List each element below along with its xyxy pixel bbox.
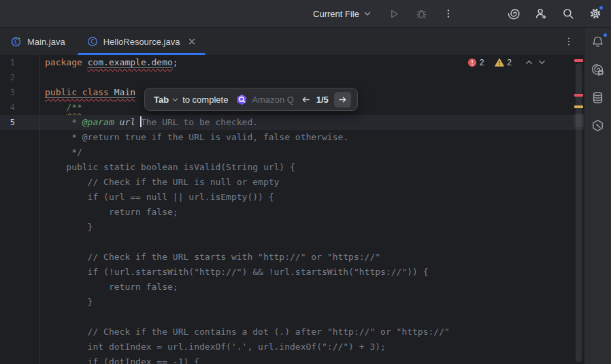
aws-toolkit-button[interactable]	[590, 117, 606, 133]
database-tool-button[interactable]	[590, 89, 606, 105]
error-stripe-mark[interactable]	[574, 59, 583, 62]
scrollbar-thumb[interactable]	[576, 63, 582, 362]
settings-button[interactable]	[587, 5, 604, 22]
code-line[interactable]	[0, 235, 574, 250]
notification-dot	[603, 33, 608, 37]
amazon-q-toolbar-button[interactable]	[505, 5, 523, 22]
code-line[interactable]: // Check if the URL contains a dot (.) a…	[0, 325, 574, 340]
next-suggestion-button[interactable]	[334, 92, 351, 107]
tab-label: HelloResource.java	[103, 37, 180, 47]
editor-scrollbar[interactable]	[574, 55, 584, 364]
right-tool-stripe	[584, 28, 611, 364]
line-number[interactable]: 5	[0, 115, 15, 130]
code-segment: The URL to be checked.	[141, 117, 258, 127]
suggestion-position: 1/5	[316, 95, 329, 105]
code-segment: Main	[114, 87, 135, 97]
code-line[interactable]: 2	[0, 70, 574, 85]
previous-error-button[interactable]	[524, 57, 534, 67]
amazon-q-logo-icon	[236, 94, 248, 105]
code-segment: if (!url.startsWith("http://") && !url.s…	[45, 267, 429, 277]
svg-text:C: C	[90, 38, 94, 45]
code-segment: /**	[66, 102, 82, 112]
add-user-button[interactable]	[532, 5, 550, 22]
code-line[interactable]: // Check if the URL starts with "http://…	[0, 250, 574, 265]
notifications-button[interactable]	[590, 33, 606, 50]
chevron-down-icon[interactable]	[171, 96, 179, 103]
line-number[interactable]: 2	[0, 70, 15, 85]
next-error-button[interactable]	[537, 57, 547, 67]
code-segment: url	[120, 117, 141, 127]
debug-button[interactable]	[412, 5, 430, 22]
chevron-down-icon	[363, 10, 371, 18]
code-line[interactable]: */	[0, 145, 574, 160]
inspections-widget[interactable]: 2 2	[467, 57, 547, 67]
code-editor[interactable]: 1package com.example.demo;23public class…	[0, 55, 584, 364]
code-segment: com.example.demo	[88, 57, 173, 67]
code-line[interactable]: * @return true if the URL is valid, fals…	[0, 130, 574, 145]
settings-notification-dot	[599, 5, 604, 10]
code-segment: ;	[173, 57, 178, 67]
code-line[interactable]: if (!url.startsWith("http://") && !url.s…	[0, 265, 574, 280]
amazon-q-chat-icon	[591, 63, 604, 76]
line-number[interactable]: 3	[0, 85, 15, 100]
search-icon	[562, 7, 574, 20]
run-configuration-selector[interactable]: Current File	[309, 6, 376, 22]
code-segment: public static boolean isValid(String url…	[45, 162, 295, 172]
java-runnable-class-icon: C	[11, 36, 22, 47]
run-button[interactable]	[385, 5, 403, 22]
code-line[interactable]: }	[0, 295, 574, 310]
tab-main-java[interactable]: C Main.java	[0, 28, 76, 55]
code-segment: if (dotIndex == -1) {	[45, 357, 199, 364]
main-toolbar: Current File	[0, 0, 611, 28]
warning-stripe-mark[interactable]	[574, 105, 583, 108]
code-line[interactable]: // Check if the URL is null or empty	[0, 175, 574, 190]
code-line[interactable]: int dotIndex = url.indexOf('.', url.inde…	[0, 340, 574, 354]
more-actions-button[interactable]	[440, 5, 457, 22]
search-everywhere-button[interactable]	[559, 5, 577, 22]
code-line[interactable]: }	[0, 220, 574, 235]
code-line[interactable]: 5 * @param url The URL to be checked.	[0, 115, 584, 130]
database-icon	[591, 91, 604, 104]
warning-icon	[495, 58, 504, 67]
play-icon	[389, 8, 400, 20]
scrollbar-highlight	[574, 114, 584, 127]
code-segment: // Check if the URL is null or empty	[45, 177, 279, 187]
code-segment: return false;	[45, 207, 178, 217]
line-number[interactable]: 4	[0, 100, 15, 115]
more-vertical-icon	[443, 8, 454, 19]
code-segment: * @return true if the URL is valid, fals…	[45, 132, 348, 142]
gutter-separator	[39, 55, 40, 364]
code-line[interactable]: if (url == null || url.isEmpty()) {	[0, 190, 574, 205]
amazon-q-spiral-icon	[508, 7, 520, 20]
error-stripe-mark[interactable]	[574, 94, 583, 97]
code-segment: if (url == null || url.isEmpty()) {	[45, 192, 274, 202]
provider-label: Amazon Q	[252, 95, 293, 105]
code-segment: package	[45, 57, 88, 67]
tab-key-label: Tab	[154, 95, 169, 105]
code-segment: */	[45, 147, 82, 157]
code-line[interactable]: return false;	[0, 280, 574, 295]
tab-list-button[interactable]	[563, 36, 574, 47]
bell-icon	[591, 35, 604, 48]
svg-text:C: C	[14, 39, 18, 46]
to-complete-label: to complete	[182, 95, 228, 105]
tab-label: Main.java	[27, 37, 65, 47]
line-number[interactable]: 1	[0, 55, 15, 70]
code-line[interactable]	[0, 310, 574, 325]
code-segment: // Check if the URL starts with "http://…	[45, 252, 380, 262]
code-segment: }	[45, 222, 93, 232]
code-segment	[45, 117, 71, 127]
code-line[interactable]: public static boolean isValid(String url…	[0, 160, 574, 175]
code-segment: public class	[45, 87, 114, 97]
bug-icon	[416, 8, 427, 20]
tab-helloresource-java[interactable]: C HelloResource.java	[76, 28, 208, 55]
amazon-q-chat-button[interactable]	[590, 61, 606, 78]
code-line[interactable]: return false;	[0, 205, 574, 220]
code-line[interactable]: if (dotIndex == -1) {	[0, 354, 574, 364]
code-segment: *	[71, 117, 82, 127]
close-tab-icon[interactable]	[188, 37, 196, 46]
error-icon	[467, 58, 477, 67]
editor-tab-bar: C Main.java C HelloResource.java	[0, 28, 584, 55]
previous-suggestion-button[interactable]	[301, 95, 311, 105]
code-segment: int dotIndex = url.indexOf('.', url.inde…	[45, 342, 386, 352]
